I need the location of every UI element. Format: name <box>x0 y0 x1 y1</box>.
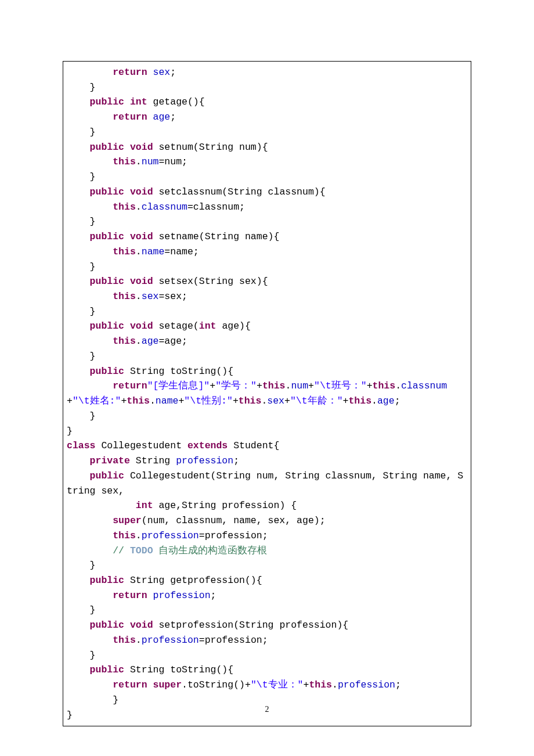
code-token: private <box>90 455 130 466</box>
code-token: void <box>130 276 153 287</box>
code-token: name <box>142 246 165 257</box>
code-token: this <box>113 336 136 347</box>
code-token: classnum <box>401 380 447 391</box>
code-token: this <box>113 246 136 257</box>
code-token: this <box>113 156 136 167</box>
code-token: void <box>130 321 153 332</box>
code-token: classnum <box>142 201 187 213</box>
code-token: void <box>130 142 153 153</box>
code-token: this <box>113 201 136 213</box>
code-token: int <box>199 321 217 332</box>
code-token: public <box>90 620 124 631</box>
code-token: this <box>113 530 136 541</box>
code-token: this <box>113 291 136 302</box>
code-token: "\t专业：" <box>251 679 304 690</box>
code-token: this <box>113 635 136 646</box>
code-token: this <box>348 395 371 406</box>
page-number: 2 <box>0 705 534 714</box>
code-token: public <box>90 231 124 242</box>
document-page: return sex; } public int getage(){ retur… <box>0 0 534 726</box>
code-token: TODO <box>130 545 153 556</box>
code-token: super <box>153 679 182 690</box>
code-token: return <box>113 679 147 690</box>
code-token: profession <box>338 679 395 690</box>
code-token: this <box>309 679 332 690</box>
code-token: profession <box>153 590 211 601</box>
code-token: "\t姓名:" <box>73 395 121 406</box>
code-token: sex <box>153 67 171 78</box>
code-token: extends <box>187 440 228 451</box>
code-token: public <box>90 321 124 332</box>
code-token: "[学生信息]" <box>147 380 210 391</box>
code-token: int <box>136 500 153 511</box>
code-block: return sex; } public int getage(){ retur… <box>63 61 471 726</box>
code-token: "学号：" <box>215 380 257 391</box>
code-token: this <box>262 380 286 391</box>
code-token: sex <box>142 291 159 302</box>
code-token: this <box>127 395 150 406</box>
code-token: public <box>90 470 124 481</box>
code-token: public <box>90 186 124 197</box>
code-token: this <box>239 395 262 406</box>
code-token: public <box>90 142 124 153</box>
code-token: this <box>373 380 396 391</box>
code-token: profession <box>142 635 199 646</box>
code-token: return <box>113 111 147 123</box>
code-token: profession <box>142 530 199 541</box>
code-token: void <box>130 231 153 242</box>
code-token: return <box>113 590 147 601</box>
code-token: public <box>90 575 124 586</box>
code-token: int <box>130 96 147 107</box>
code-token: "\t性别:" <box>184 395 233 406</box>
code-token: profession <box>176 455 233 466</box>
code-token: class <box>67 440 96 451</box>
code-token: void <box>130 186 153 197</box>
code-token: public <box>90 366 124 377</box>
code-token: // <box>113 545 130 556</box>
code-token: sex <box>267 395 284 406</box>
code-token: public <box>90 276 124 287</box>
code-token: void <box>130 620 153 631</box>
code-token: name <box>156 395 179 406</box>
code-token: age <box>142 336 159 347</box>
code-token: public <box>90 96 124 107</box>
code-content: return sex; } public int getage(){ retur… <box>67 65 467 722</box>
code-token: return <box>113 380 147 391</box>
code-token: "\t班号：" <box>314 380 367 391</box>
code-token: super <box>113 515 142 526</box>
code-token: return <box>113 67 147 78</box>
code-token: public <box>90 664 124 675</box>
code-token: age <box>377 395 395 406</box>
code-token: num <box>142 156 159 167</box>
code-token: 自动生成的构造函数存根 <box>153 545 268 556</box>
code-token: age <box>153 111 171 123</box>
code-token: num <box>291 380 308 391</box>
code-token: "\t年龄：" <box>290 395 343 406</box>
